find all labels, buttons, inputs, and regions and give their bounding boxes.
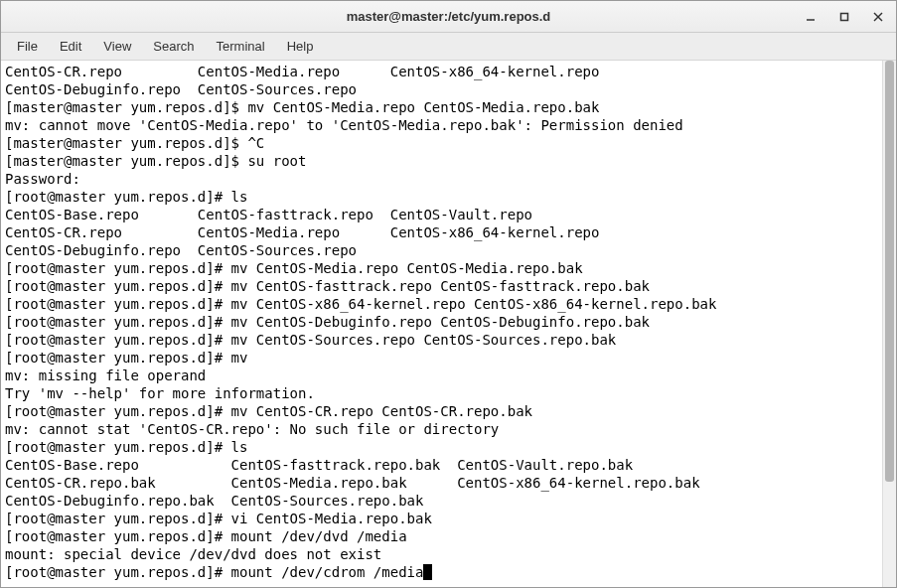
terminal-line: [root@master yum.repos.d]# mv CentOS-Deb… [5,313,878,331]
terminal-line: [master@master yum.repos.d]$ mv CentOS-M… [5,98,878,116]
close-button[interactable] [866,5,890,29]
terminal-line: Try 'mv --help' for more information. [5,384,878,402]
menu-view[interactable]: View [93,35,141,58]
terminal-line: [root@master yum.repos.d]# mv CentOS-Med… [5,259,878,277]
menu-edit[interactable]: Edit [50,35,91,58]
scrollbar[interactable] [882,61,896,587]
terminal-line: [root@master yum.repos.d]# mount /dev/cd… [5,563,878,581]
terminal-line: CentOS-Base.repo CentOS-fasttrack.repo.b… [5,456,878,474]
terminal[interactable]: CentOS-CR.repo CentOS-Media.repo CentOS-… [1,61,882,587]
menu-terminal[interactable]: Terminal [207,35,275,58]
terminal-line: [root@master yum.repos.d]# mv CentOS-Sou… [5,331,878,349]
terminal-line: [master@master yum.repos.d]$ su root [5,152,878,170]
menu-file[interactable]: File [7,35,48,58]
terminal-line: [root@master yum.repos.d]# vi CentOS-Med… [5,510,878,527]
menu-help[interactable]: Help [277,35,324,58]
terminal-line: [root@master yum.repos.d]# mv CentOS-CR.… [5,402,878,420]
terminal-line: CentOS-Debuginfo.repo CentOS-Sources.rep… [5,241,878,259]
terminal-line: Password: [5,170,878,188]
window-controls [799,5,890,29]
terminal-line: CentOS-Debuginfo.repo.bak CentOS-Sources… [5,492,878,510]
terminal-line: [master@master yum.repos.d]$ ^C [5,134,878,152]
titlebar: master@master:/etc/yum.repos.d [1,1,896,33]
terminal-line: CentOS-CR.repo CentOS-Media.repo CentOS-… [5,223,878,241]
terminal-line: [root@master yum.repos.d]# mount /dev/dv… [5,527,878,545]
terminal-line: CentOS-Debuginfo.repo CentOS-Sources.rep… [5,80,878,98]
terminal-line: [root@master yum.repos.d]# mv [5,349,878,367]
scrollbar-thumb[interactable] [885,61,894,482]
menu-search[interactable]: Search [143,35,204,58]
terminal-line: mv: cannot stat 'CentOS-CR.repo': No suc… [5,420,878,438]
terminal-cursor [423,564,432,580]
window-title: master@master:/etc/yum.repos.d [1,9,896,24]
terminal-line: CentOS-CR.repo CentOS-Media.repo CentOS-… [5,63,878,80]
terminal-line: [root@master yum.repos.d]# mv CentOS-fas… [5,277,878,295]
menubar: File Edit View Search Terminal Help [1,33,896,61]
terminal-line: [root@master yum.repos.d]# mv CentOS-x86… [5,295,878,313]
maximize-button[interactable] [832,5,856,29]
svg-rect-1 [841,13,848,20]
terminal-line: CentOS-CR.repo.bak CentOS-Media.repo.bak… [5,474,878,492]
terminal-line: [root@master yum.repos.d]# ls [5,188,878,206]
terminal-line: mv: cannot move 'CentOS-Media.repo' to '… [5,116,878,134]
terminal-line: CentOS-Base.repo CentOS-fasttrack.repo C… [5,206,878,223]
terminal-line: mv: missing file operand [5,367,878,384]
terminal-line: mount: special device /dev/dvd does not … [5,545,878,563]
minimize-button[interactable] [799,5,822,29]
terminal-line: [root@master yum.repos.d]# ls [5,438,878,456]
terminal-container: CentOS-CR.repo CentOS-Media.repo CentOS-… [1,61,896,587]
